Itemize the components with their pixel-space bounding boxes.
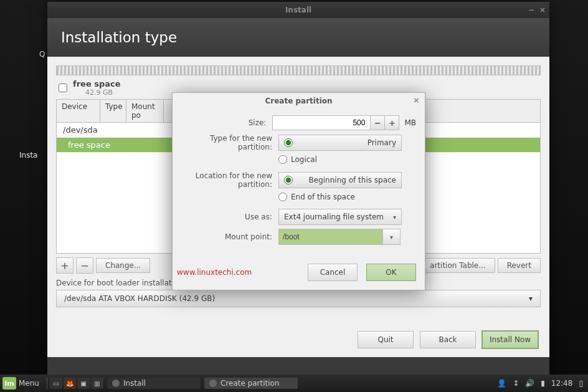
- partition-bar[interactable]: [56, 65, 541, 75]
- window-title: Install: [285, 6, 311, 14]
- page-heading: Installation type: [47, 18, 549, 57]
- show-desktop-icon[interactable]: ▭: [50, 378, 62, 389]
- window-controls: − ×: [528, 6, 546, 14]
- tray-toggle-icon[interactable]: ▯: [579, 379, 583, 388]
- chevron-down-icon: ▾: [393, 214, 396, 221]
- ok-button[interactable]: OK: [366, 264, 416, 281]
- size-input[interactable]: [272, 115, 371, 130]
- clock[interactable]: 12:48: [551, 379, 573, 388]
- change-button[interactable]: Change...: [96, 258, 150, 273]
- taskbar: lm Menu ▭ 🦊 ▣ ▥ Install Create partition…: [0, 375, 588, 392]
- size-increment-button[interactable]: +: [384, 115, 399, 130]
- wizard-footer: Quit Back Install Now: [358, 331, 538, 348]
- radio-logical[interactable]: Logical: [278, 155, 317, 164]
- window-titlebar[interactable]: Install − ×: [47, 2, 549, 18]
- quit-button[interactable]: Quit: [358, 331, 414, 348]
- watermark: www.linuxtechi.com: [177, 268, 252, 277]
- radio-icon: [284, 138, 293, 147]
- freespace-size: 42.9 GB: [85, 88, 121, 97]
- use-as-select[interactable]: Ext4 journaling file system ▾: [278, 209, 402, 225]
- footer-decoration: [47, 357, 549, 375]
- task-label: Create partition: [220, 379, 280, 388]
- dialog-titlebar[interactable]: Create partition ×: [173, 93, 425, 109]
- files-icon[interactable]: ▥: [91, 378, 103, 389]
- back-button[interactable]: Back: [420, 331, 476, 348]
- network-icon[interactable]: ↕: [513, 379, 519, 388]
- start-menu-button[interactable]: Menu: [19, 379, 39, 388]
- type-label: Type for the new partition:: [181, 134, 278, 151]
- close-icon[interactable]: ×: [413, 95, 420, 105]
- radio-beginning[interactable]: Beginning of this space: [278, 172, 402, 188]
- radio-icon: [284, 176, 293, 184]
- cancel-button[interactable]: Cancel: [308, 264, 358, 281]
- col-type[interactable]: Type: [100, 100, 126, 122]
- size-decrement-button[interactable]: −: [370, 115, 385, 130]
- revert-button[interactable]: Revert: [498, 258, 541, 273]
- mount-point-label: Mount point:: [181, 232, 278, 241]
- page-title: Installation type: [61, 29, 177, 45]
- col-device[interactable]: Device: [57, 100, 100, 122]
- chevron-down-icon: ▾: [390, 234, 393, 241]
- behind-text-1: Q: [39, 50, 45, 59]
- row-text: free space: [68, 140, 110, 150]
- behind-text-2: Insta: [19, 151, 37, 160]
- chevron-down-icon: ▾: [529, 294, 533, 303]
- app-icon: [112, 380, 120, 387]
- task-label: Install: [123, 379, 146, 388]
- use-as-value: Ext4 journaling file system: [284, 213, 384, 221]
- dialog-title: Create partition: [265, 97, 332, 105]
- taskbar-item-create-partition[interactable]: Create partition: [204, 378, 298, 389]
- volume-icon[interactable]: 🔊: [525, 379, 534, 388]
- freespace-checkbox[interactable]: [59, 84, 67, 92]
- battery-icon[interactable]: ▮: [541, 379, 545, 388]
- size-unit: MB: [404, 118, 416, 127]
- radio-primary[interactable]: Primary: [278, 135, 402, 151]
- start-menu-icon[interactable]: lm: [2, 377, 16, 390]
- create-partition-dialog: Create partition × Size: − + MB Type for…: [172, 92, 425, 290]
- bootloader-value: /dev/sda ATA VBOX HARDDISK (42.9 GB): [64, 294, 215, 303]
- add-partition-button[interactable]: +: [56, 257, 74, 274]
- radio-icon: [278, 193, 287, 201]
- remove-partition-button[interactable]: −: [76, 257, 93, 274]
- close-icon[interactable]: ×: [539, 6, 546, 14]
- minimize-icon[interactable]: −: [528, 6, 534, 14]
- user-icon[interactable]: 👤: [497, 379, 506, 388]
- use-as-label: Use as:: [181, 213, 278, 221]
- mount-point-dropdown-button[interactable]: ▾: [383, 229, 401, 245]
- radio-icon: [278, 155, 287, 164]
- row-text: /dev/sda: [63, 125, 98, 135]
- system-tray: 👤 ↕ 🔊 ▮ 12:48 ▯: [497, 379, 588, 388]
- terminal-icon[interactable]: ▣: [77, 378, 90, 389]
- install-now-button[interactable]: Install Now: [482, 331, 538, 348]
- radio-end[interactable]: End of this space: [278, 193, 355, 201]
- col-mount[interactable]: Mount po: [126, 100, 164, 122]
- quicklaunch: ▭ 🦊 ▣ ▥: [50, 378, 103, 389]
- size-label: Size:: [181, 118, 272, 127]
- location-label: Location for the new partition:: [181, 171, 278, 189]
- bootloader-select[interactable]: /dev/sda ATA VBOX HARDDISK (42.9 GB) ▾: [56, 290, 541, 307]
- app-icon: [209, 380, 217, 387]
- freespace-label: free space: [73, 79, 121, 88]
- new-partition-table-button[interactable]: artition Table...: [420, 258, 495, 273]
- mount-point-input[interactable]: [278, 229, 383, 245]
- separator: [47, 378, 47, 389]
- taskbar-item-install[interactable]: Install: [107, 378, 201, 389]
- firefox-icon[interactable]: 🦊: [64, 378, 76, 389]
